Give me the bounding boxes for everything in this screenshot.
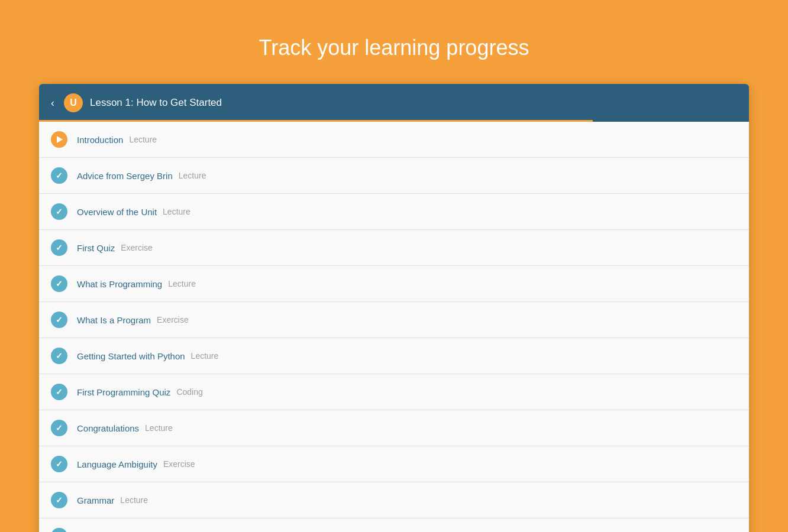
lesson-type: Lecture: [163, 207, 190, 216]
lesson-name: What is Programming: [77, 279, 162, 289]
lesson-type: Coding: [176, 387, 202, 397]
list-item[interactable]: Getting Started with PythonLecture: [39, 338, 749, 374]
lesson-type: Lecture: [120, 495, 148, 505]
lesson-type: Exercise: [121, 243, 153, 252]
list-item[interactable]: Overview of the UnitLecture: [39, 194, 749, 230]
lesson-name: Grammar: [77, 495, 114, 505]
lesson-type: Lecture: [168, 279, 196, 288]
lesson-type: Lecture: [179, 171, 206, 180]
lesson-name: Congratulations: [77, 423, 139, 433]
list-item[interactable]: Language AmbiguityExercise: [39, 446, 749, 482]
list-item[interactable]: Advice from Sergey BrinLecture: [39, 158, 749, 194]
check-icon: [51, 528, 67, 532]
list-item[interactable]: What Is a ProgramExercise: [39, 302, 749, 338]
list-item[interactable]: First QuizExercise: [39, 230, 749, 266]
lesson-name: Getting Started with Python: [77, 351, 185, 361]
lesson-name: Overview of the Unit: [77, 207, 157, 217]
lesson-name: Language Ambiguity: [77, 459, 157, 469]
lesson-name: Advice from Sergey Brin: [77, 171, 173, 181]
list-item[interactable]: GrammarLecture: [39, 482, 749, 518]
check-icon: [51, 203, 67, 220]
lessons-list: IntroductionLectureAdvice from Sergey Br…: [39, 122, 749, 532]
lesson-type: Lecture: [191, 351, 219, 361]
back-arrow-icon[interactable]: ‹: [51, 97, 54, 109]
lesson-name: Introduction: [77, 135, 123, 145]
check-icon: [51, 456, 67, 472]
lesson-name: First Quiz: [77, 243, 115, 253]
check-icon: [51, 492, 67, 508]
course-logo: U: [64, 93, 83, 112]
check-icon: [51, 348, 67, 364]
course-card: ‹ U Lesson 1: How to Get Started Introdu…: [39, 84, 749, 532]
play-icon: [51, 131, 67, 148]
course-header-title: Lesson 1: How to Get Started: [90, 97, 222, 109]
list-item[interactable]: CongratulationsLecture: [39, 410, 749, 446]
check-icon: [51, 167, 67, 184]
list-item[interactable]: First Programming QuizCoding: [39, 374, 749, 410]
progress-bar: [39, 120, 593, 122]
course-header: ‹ U Lesson 1: How to Get Started: [39, 84, 749, 122]
list-item[interactable]: What is ProgrammingLecture: [39, 266, 749, 302]
page-title: Track your learning progress: [259, 35, 529, 60]
lesson-type: Exercise: [163, 459, 195, 469]
check-icon: [51, 275, 67, 292]
check-icon: [51, 384, 67, 400]
lesson-type: Exercise: [157, 315, 189, 325]
list-item[interactable]: IntroductionLecture: [39, 122, 749, 158]
lesson-name: First Programming Quiz: [77, 387, 170, 397]
lesson-type: Lecture: [129, 135, 157, 144]
check-icon: [51, 420, 67, 436]
check-icon: [51, 239, 67, 256]
lesson-name: What Is a Program: [77, 315, 151, 325]
lesson-type: Lecture: [145, 423, 173, 433]
list-item[interactable]: Backus Naur FormLecture: [39, 518, 749, 532]
check-icon: [51, 312, 67, 328]
